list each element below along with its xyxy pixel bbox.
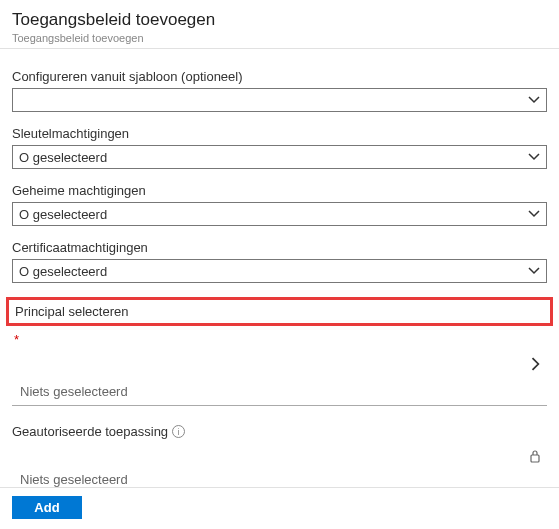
- field-certificate-permissions: Certificaatmachtigingen O geselecteerd: [12, 240, 547, 283]
- field-secret-permissions: Geheime machtigingen O geselecteerd: [12, 183, 547, 226]
- chevron-right-icon: [529, 355, 543, 376]
- chevron-down-icon: [528, 265, 540, 277]
- authorized-app-label-text: Geautoriseerde toepassing: [12, 424, 168, 439]
- principal-label: Principal selecteren: [15, 304, 544, 319]
- lock-icon: [529, 449, 541, 466]
- add-button[interactable]: Add: [12, 496, 82, 519]
- page-title: Toegangsbeleid toevoegen: [12, 10, 547, 30]
- footer: Add: [0, 487, 559, 529]
- principal-picker-row[interactable]: [12, 347, 547, 380]
- field-template: Configureren vanuit sjabloon (optioneel): [12, 69, 547, 112]
- certificate-permissions-select[interactable]: O geselecteerd: [12, 259, 547, 283]
- principal-value: Niets geselecteerd: [12, 380, 547, 406]
- page-header: Toegangsbeleid toevoegen Toegangsbeleid …: [0, 0, 559, 49]
- svg-rect-0: [531, 455, 539, 462]
- secret-permissions-value: O geselecteerd: [19, 207, 107, 222]
- chevron-down-icon: [528, 208, 540, 220]
- principal-highlight: Principal selecteren: [6, 297, 553, 326]
- info-icon[interactable]: i: [172, 425, 185, 438]
- key-permissions-select[interactable]: O geselecteerd: [12, 145, 547, 169]
- field-key-permissions: Sleutelmachtigingen O geselecteerd: [12, 126, 547, 169]
- certificate-permissions-label: Certificaatmachtigingen: [12, 240, 547, 255]
- secret-permissions-label: Geheime machtigingen: [12, 183, 547, 198]
- chevron-down-icon: [528, 94, 540, 106]
- template-label: Configureren vanuit sjabloon (optioneel): [12, 69, 547, 84]
- chevron-down-icon: [528, 151, 540, 163]
- page-subtitle: Toegangsbeleid toevoegen: [12, 32, 547, 44]
- form-content: Configureren vanuit sjabloon (optioneel)…: [0, 49, 559, 502]
- authorized-app-lock-row: [12, 443, 547, 468]
- secret-permissions-select[interactable]: O geselecteerd: [12, 202, 547, 226]
- principal-required: *: [14, 332, 545, 347]
- authorized-app-label: Geautoriseerde toepassing i: [12, 424, 547, 439]
- key-permissions-label: Sleutelmachtigingen: [12, 126, 547, 141]
- key-permissions-value: O geselecteerd: [19, 150, 107, 165]
- template-select[interactable]: [12, 88, 547, 112]
- certificate-permissions-value: O geselecteerd: [19, 264, 107, 279]
